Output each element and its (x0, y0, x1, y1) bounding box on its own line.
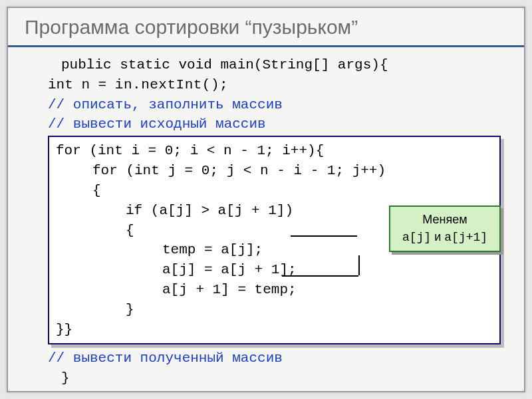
title-bar: Программа сортировки “пузырьком” (8, 8, 524, 47)
code-line: a[j] = a[j + 1]; (56, 260, 493, 280)
code-line: } (28, 368, 511, 388)
callout-code: a[j+1] (444, 231, 487, 244)
code-text: in.nextInt(); (115, 77, 228, 92)
slide: Программа сортировки “пузырьком” public … (7, 7, 525, 392)
code-line: for (int j = 0; j < n - i - 1; j++) (56, 161, 493, 181)
code-line: { (56, 181, 493, 201)
slide-title: Программа сортировки “пузырьком” (25, 16, 511, 39)
code-listing: public static void main(String[] args){ … (28, 55, 511, 388)
code-line: }} (56, 320, 493, 340)
content-area: public static void main(String[] args){ … (8, 47, 524, 388)
callout-pointer-line (291, 235, 357, 237)
highlighted-code-box: for (int i = 0; i < n - 1; i++){ for (in… (48, 136, 501, 344)
callout-code: a[j] (402, 231, 431, 244)
callout-text: и (431, 230, 444, 243)
code-comment: // вывести исходный массив (28, 114, 511, 134)
swap-callout: Меняем a[j] и a[j+1] (389, 205, 501, 252)
code-line: public static void main(String[] args){ (28, 55, 511, 75)
callout-line: Меняем (392, 211, 498, 229)
code-text: int n = (48, 77, 115, 92)
code-line: int n = in.nextInt(); (28, 75, 511, 95)
code-comment: // описать, заполнить массив (28, 95, 511, 115)
code-line: a[j + 1] = temp; (56, 280, 493, 300)
callout-line: a[j] и a[j+1] (392, 229, 498, 247)
code-line: for (int i = 0; i < n - 1; i++){ (56, 141, 493, 161)
callout-pointer-line (282, 275, 358, 277)
code-line: } (56, 300, 493, 320)
code-comment: // вывести полученный массив (28, 348, 511, 368)
